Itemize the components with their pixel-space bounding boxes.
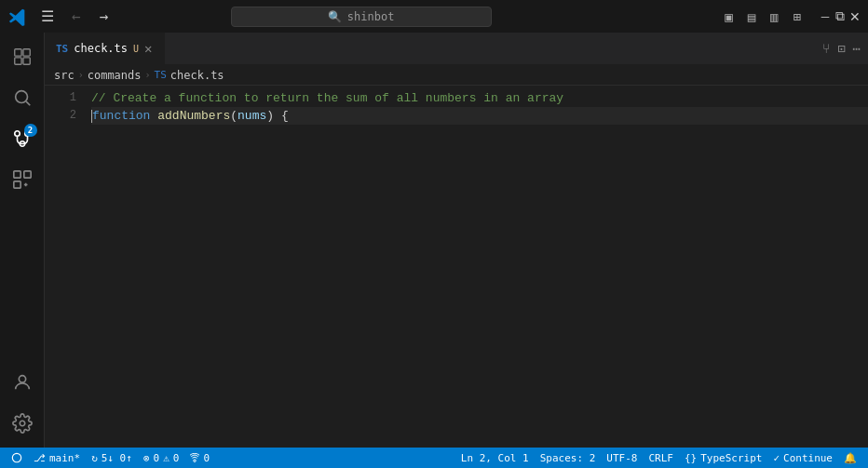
branch-name: main* bbox=[49, 452, 80, 464]
activity-bar: 2 bbox=[0, 33, 45, 448]
error-icon: ⊗ bbox=[143, 452, 150, 464]
status-bar: ⎇ main* ↻ 5↓ 0↑ ⊗ 0 ⚠ 0 0 Ln 2, Col 1 Sp… bbox=[0, 448, 868, 468]
svg-point-6 bbox=[14, 131, 20, 137]
search-bar[interactable]: 🔍 shinbot bbox=[231, 7, 492, 27]
remote-count-status[interactable]: 0 bbox=[184, 448, 215, 468]
func-name: addNumbers bbox=[157, 107, 230, 125]
error-count: 0 bbox=[154, 452, 160, 464]
code-line-1: // Create a function to return the sum o… bbox=[91, 89, 868, 107]
forward-button[interactable]: → bbox=[95, 6, 114, 27]
line-num-2: 2 bbox=[45, 107, 76, 125]
branch-status[interactable]: ⎇ main* bbox=[28, 448, 86, 468]
activity-accounts[interactable] bbox=[4, 364, 41, 401]
continue-status[interactable]: ✓ Continue bbox=[767, 452, 838, 464]
activity-search[interactable] bbox=[4, 79, 41, 116]
param-nums: nums bbox=[237, 107, 266, 125]
breadcrumb: src › commands › TS check.ts bbox=[45, 65, 868, 86]
check-icon: ✓ bbox=[773, 452, 780, 464]
line-numbers: 1 2 bbox=[45, 86, 84, 448]
source-control-badge: 2 bbox=[24, 124, 37, 137]
code-line-2: function addNumbers(nums) { bbox=[91, 107, 868, 125]
brace-open: { bbox=[274, 107, 289, 125]
svg-point-15 bbox=[20, 421, 25, 426]
editor-area: TS check.ts U ✕ ⑂ ⊡ ⋯ src › commands › T… bbox=[45, 33, 868, 448]
language-mode[interactable]: {} TypeScript bbox=[679, 452, 767, 464]
toggle-panel-icon[interactable]: ▤ bbox=[744, 7, 759, 26]
eol[interactable]: CRLF bbox=[643, 452, 679, 464]
svg-rect-13 bbox=[13, 181, 20, 188]
back-button[interactable]: ← bbox=[67, 6, 86, 27]
toggle-sidebar-icon[interactable]: ▥ bbox=[766, 7, 781, 26]
split-editor-icon[interactable]: ⊡ bbox=[837, 41, 845, 56]
tab-filename: check.ts bbox=[74, 42, 128, 55]
title-bar-left: ☰ ← → bbox=[7, 6, 113, 27]
search-text: shinbot bbox=[347, 10, 395, 23]
toggle-editors-icon[interactable]: ⊞ bbox=[790, 7, 805, 26]
branch-icon: ⎇ bbox=[34, 452, 46, 464]
line-num-1: 1 bbox=[45, 89, 76, 107]
close-button[interactable]: ✕ bbox=[849, 11, 861, 22]
svg-rect-0 bbox=[14, 49, 20, 56]
breadcrumb-sep-2: › bbox=[145, 70, 151, 80]
more-actions-icon[interactable]: ⋯ bbox=[853, 41, 861, 56]
encoding[interactable]: UTF-8 bbox=[601, 452, 643, 464]
sync-icon: ↻ bbox=[91, 452, 98, 464]
paren-open: ( bbox=[230, 107, 237, 125]
code-editor[interactable]: 1 2 // Create a function to return the s… bbox=[45, 86, 868, 448]
tab-bar: TS check.ts U ✕ ⑂ ⊡ ⋯ bbox=[45, 33, 868, 65]
window-controls: ─ ⧉ ✕ bbox=[820, 11, 861, 22]
svg-rect-2 bbox=[14, 58, 20, 64]
sync-status[interactable]: ↻ 5↓ 0↑ bbox=[86, 448, 138, 468]
position-text: Ln 2, Col 1 bbox=[461, 452, 529, 464]
notifications[interactable]: 🔔 bbox=[838, 452, 862, 464]
continue-text: Continue bbox=[783, 452, 833, 464]
paren-close: ) bbox=[266, 107, 274, 125]
indentation[interactable]: Spaces: 2 bbox=[535, 452, 602, 464]
wifi-icon bbox=[190, 453, 199, 462]
keyword-function: function bbox=[92, 107, 150, 125]
remote-status[interactable] bbox=[6, 448, 28, 468]
svg-point-14 bbox=[19, 376, 25, 382]
encoding-text: UTF-8 bbox=[606, 452, 637, 464]
minimize-button[interactable]: ─ bbox=[820, 11, 831, 22]
cursor-position[interactable]: Ln 2, Col 1 bbox=[455, 452, 535, 464]
vscode-logo-icon bbox=[7, 7, 28, 27]
status-right: Ln 2, Col 1 Spaces: 2 UTF-8 CRLF {} Type… bbox=[455, 452, 862, 464]
svg-rect-12 bbox=[23, 171, 30, 178]
activity-explorer[interactable] bbox=[4, 38, 41, 75]
ts-badge: TS bbox=[56, 43, 68, 55]
tab-bar-actions: ⑂ ⊡ ⋯ bbox=[815, 33, 868, 64]
warning-count: 0 bbox=[173, 452, 180, 464]
activity-source-control[interactable]: 2 bbox=[4, 120, 41, 157]
breadcrumb-ts-icon: TS bbox=[155, 69, 167, 81]
bell-icon: 🔔 bbox=[844, 452, 857, 464]
customize-layout-icon[interactable]: ▣ bbox=[721, 7, 736, 26]
code-content[interactable]: // Create a function to return the sum o… bbox=[84, 86, 868, 448]
breadcrumb-src[interactable]: src bbox=[54, 69, 75, 82]
comment-text: // Create a function to return the sum o… bbox=[91, 89, 563, 107]
activity-extensions[interactable] bbox=[4, 161, 41, 198]
restore-button[interactable]: ⧉ bbox=[834, 11, 846, 22]
breadcrumb-sep-1: › bbox=[78, 70, 84, 80]
space bbox=[150, 107, 157, 125]
scrollbar[interactable] bbox=[859, 86, 868, 448]
activity-settings[interactable] bbox=[4, 405, 41, 442]
activity-bottom bbox=[4, 364, 41, 442]
tab-check-ts[interactable]: TS check.ts U ✕ bbox=[45, 33, 165, 64]
remote-count: 0 bbox=[203, 452, 210, 464]
source-control-icon[interactable]: ⑂ bbox=[822, 41, 830, 56]
search-icon: 🔍 bbox=[328, 10, 342, 23]
close-tab-button[interactable]: ✕ bbox=[144, 41, 152, 56]
language-text: TypeScript bbox=[700, 452, 762, 464]
breadcrumb-commands[interactable]: commands bbox=[88, 69, 142, 82]
language-icon: {} bbox=[685, 452, 697, 464]
svg-point-4 bbox=[15, 91, 27, 103]
breadcrumb-filename[interactable]: check.ts bbox=[170, 69, 224, 82]
hamburger-menu[interactable]: ☰ bbox=[37, 6, 58, 27]
error-status[interactable]: ⊗ 0 ⚠ 0 bbox=[138, 448, 185, 468]
spaces-text: Spaces: 2 bbox=[540, 452, 596, 464]
tab-modified-indicator: U bbox=[133, 44, 139, 54]
remote-icon bbox=[11, 452, 22, 463]
svg-rect-3 bbox=[22, 58, 29, 64]
eol-text: CRLF bbox=[648, 452, 673, 464]
